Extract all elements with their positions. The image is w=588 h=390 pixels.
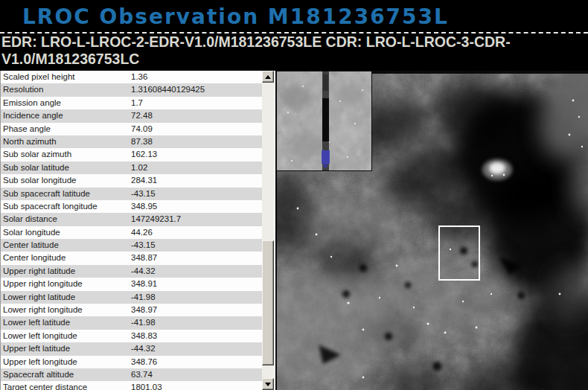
context-thumbnail-image: [277, 71, 371, 170]
table-row: Upper right latitude -44.32: [1, 265, 262, 278]
table-row: Upper left latitude -44.32: [1, 342, 262, 355]
row-label: Scaled pixel height: [1, 71, 131, 83]
triangle-down-icon: [265, 383, 271, 386]
row-label: Sub spacecraft longitude: [1, 200, 131, 213]
row-label: Sub spacecraft latitude: [1, 188, 131, 200]
table-row: Center latitude -43.15: [1, 239, 262, 252]
row-value: 348.83: [131, 330, 262, 342]
row-value: -43.15: [131, 188, 262, 200]
table-scrollbar[interactable]: [262, 71, 274, 390]
row-value: 72.48: [131, 109, 262, 122]
row-label: Resolution: [1, 83, 131, 96]
row-label: Incidence angle: [1, 109, 131, 122]
scrollbar-track[interactable]: [262, 83, 274, 378]
row-label: North azimuth: [1, 135, 131, 148]
row-label: Sub solar latitude: [1, 162, 131, 174]
row-label: Lower left longitude: [1, 330, 131, 342]
row-value: 348.87: [131, 252, 262, 264]
table-row: Sub spacecraft latitude -43.15: [1, 188, 262, 200]
table-row: North azimuth 87.38: [1, 135, 262, 148]
row-label: Solar longitude: [1, 226, 131, 239]
table-row: Scaled pixel height 1.36: [1, 71, 262, 83]
table-row: Target center distance 1801.03: [1, 381, 262, 390]
row-value: -44.32: [131, 265, 262, 278]
page-title: LROC Observation M181236753L: [0, 0, 588, 29]
table-row: Sub solar latitude 1.02: [1, 162, 262, 174]
row-label: Sub solar azimuth: [1, 148, 131, 161]
row-value: 1.7: [131, 97, 262, 109]
row-value: 147249231.7: [131, 213, 262, 226]
row-label: Upper right longitude: [1, 278, 131, 290]
row-value: 1.02: [131, 162, 262, 174]
row-label: Spacecraft altitude: [1, 368, 131, 381]
row-label: Lower right longitude: [1, 304, 131, 316]
table-row: Phase angle 74.09: [1, 123, 262, 135]
scroll-up-button[interactable]: [262, 71, 274, 83]
row-label: Upper left latitude: [1, 342, 131, 355]
scrollbar-thumb[interactable]: [262, 240, 274, 365]
triangle-up-icon: [265, 75, 271, 79]
row-label: Target center distance: [1, 381, 131, 390]
table-row: Solar longitude 44.26: [1, 226, 262, 239]
content-area: Scaled pixel height 1.36 Resolution 1.31…: [0, 71, 588, 390]
row-label: Lower right latitude: [1, 291, 131, 304]
row-value: 348.76: [131, 356, 262, 368]
row-value: 1.36: [131, 71, 262, 83]
row-label: Center longitude: [1, 252, 131, 264]
row-label: Upper left longitude: [1, 356, 131, 368]
row-value: -41.98: [131, 316, 262, 329]
image-viewer[interactable]: [275, 71, 588, 390]
row-label: Upper right latitude: [1, 265, 131, 278]
table-row: Resolution 1.31608440129425: [1, 83, 262, 96]
product-id-line-2: V1.0/M181236753LC: [0, 51, 588, 68]
row-label: Phase angle: [1, 123, 131, 135]
table-row: Incidence angle 72.48: [1, 109, 262, 122]
table-row: Sub solar azimuth 162.13: [1, 148, 262, 161]
table-row: Lower left latitude -41.98: [1, 316, 262, 329]
context-thumbnail[interactable]: [276, 71, 372, 171]
row-label: Sub solar longitude: [1, 174, 131, 187]
scroll-down-button[interactable]: [262, 378, 274, 390]
row-value: 284.31: [131, 174, 262, 187]
page-header: LROC Observation M181236753L EDR: LRO-L-…: [0, 0, 588, 71]
table-row: Upper left longitude 348.76: [1, 356, 262, 368]
row-value: -43.15: [131, 239, 262, 252]
table-row: Lower left longitude 348.83: [1, 330, 262, 342]
lroc-observation-page: LROC Observation M181236753L EDR: LRO-L-…: [0, 0, 588, 390]
row-value: 348.97: [131, 304, 262, 316]
row-value: -41.98: [131, 291, 262, 304]
row-label: Emission angle: [1, 97, 131, 109]
row-label: Solar distance: [1, 213, 131, 226]
strip-highlight-marker: [322, 150, 330, 164]
table-row: Sub solar longitude 284.31: [1, 174, 262, 187]
row-value: 1.31608440129425: [131, 83, 262, 96]
row-value: 44.26: [131, 226, 262, 239]
table-row: Spacecraft altitude 63.74: [1, 368, 262, 381]
selection-box: [438, 226, 480, 281]
product-id-line-1: EDR: LRO-L-LROC-2-EDR-V1.0/M181236753LE …: [0, 33, 588, 51]
row-value: -44.32: [131, 342, 262, 355]
table-row: Center longitude 348.87: [1, 252, 262, 264]
row-value: 87.38: [131, 135, 262, 148]
row-value: 162.13: [131, 148, 262, 161]
table-row: Lower right latitude -41.98: [1, 291, 262, 304]
table-row: Lower right longitude 348.97: [1, 304, 262, 316]
metadata-table: Scaled pixel height 1.36 Resolution 1.31…: [0, 71, 262, 390]
table-row: Sub spacecraft longitude 348.95: [1, 200, 262, 213]
row-value: 348.91: [131, 278, 262, 290]
row-value: 63.74: [131, 368, 262, 381]
row-label: Center latitude: [1, 239, 131, 252]
table-row: Solar distance 147249231.7: [1, 213, 262, 226]
row-label: Lower left latitude: [1, 316, 131, 329]
row-value: 1801.03: [131, 381, 262, 390]
nac-strip-footprint: [322, 71, 330, 170]
row-value: 348.95: [131, 200, 262, 213]
row-value: 74.09: [131, 123, 262, 135]
table-row: Emission angle 1.7: [1, 97, 262, 109]
table-row: Upper right longitude 348.91: [1, 278, 262, 290]
